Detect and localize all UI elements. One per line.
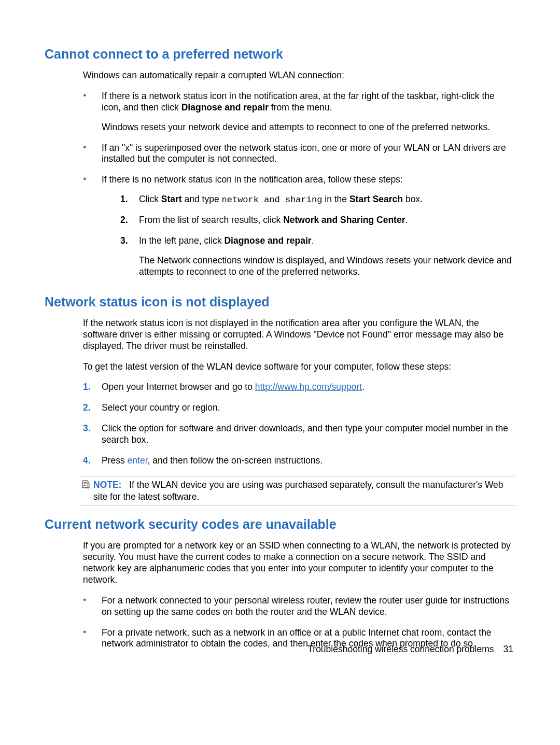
ordered-list: 1. Open your Internet browser and go to … [83, 382, 515, 466]
list-item: For a network connected to your personal… [83, 595, 515, 618]
text-run: from the menu. [269, 102, 332, 113]
text-bold: Diagnose and repair [181, 102, 269, 113]
note-text: If the WLAN device you are using was pur… [93, 480, 503, 502]
note-icon [81, 480, 90, 489]
list-paragraph: If there is a network status icon in the… [102, 91, 515, 114]
text-bold: Start [161, 194, 182, 204]
list-item: If an "x" is superimposed over the netwo… [83, 143, 515, 165]
list-item: If there is a network status icon in the… [83, 91, 515, 133]
body-paragraph: If you are prompted for a network key or… [83, 540, 515, 586]
step-item: 4. Press enter, and then follow the on-s… [83, 455, 515, 467]
text-run: From the list of search results, click [139, 215, 283, 225]
step-item: 2. From the list of search results, clic… [120, 215, 515, 226]
text-keyword: enter [128, 455, 148, 466]
document-page: Cannot connect to a preferred network Wi… [0, 0, 560, 745]
text-run: . [312, 235, 314, 246]
text-run: and type [182, 194, 222, 204]
step-number: 2. [120, 215, 128, 226]
support-link[interactable]: http://www.hp.com/support [255, 382, 362, 392]
list-paragraph: If there is no network status icon in th… [102, 174, 515, 186]
step-item: 2. Select your country or region. [83, 402, 515, 414]
step-paragraph: In the left pane, click Diagnose and rep… [139, 235, 515, 247]
list-item: If there is no network status icon in th… [83, 174, 515, 278]
step-number: 1. [120, 194, 128, 205]
step-item: 1. Click Start and type network and shar… [120, 194, 515, 205]
footer-text: Troubleshooting wireless connection prob… [307, 644, 494, 654]
text-run: Click [139, 194, 161, 204]
text-run: . [405, 215, 408, 225]
step-item: 1. Open your Internet browser and go to … [83, 382, 515, 393]
text-bold: Network and Sharing Center [283, 215, 405, 225]
intro-paragraph: Windows can automatically repair a corru… [83, 70, 515, 81]
step-paragraph: The Network connections window is displa… [139, 255, 515, 278]
page-number: 31 [503, 644, 513, 654]
note-label: NOTE: [93, 480, 121, 490]
body-paragraph: To get the latest version of the WLAN de… [83, 361, 515, 373]
ordered-list: 1. Click Start and type network and shar… [120, 194, 515, 278]
text-bold: Start Search [349, 194, 403, 204]
list-paragraph: For a network connected to your personal… [102, 595, 515, 618]
text-run: box. [403, 194, 423, 204]
step-number: 3. [83, 423, 91, 434]
step-number: 4. [83, 455, 91, 467]
list-paragraph: Windows resets your network device and a… [102, 122, 515, 133]
text-run: Select your country or region. [102, 402, 220, 413]
page-footer: Troubleshooting wireless connection prob… [307, 644, 513, 655]
text-run: Click the option for software and driver… [102, 423, 508, 445]
step-number: 2. [83, 402, 91, 414]
bullet-list: For a network connected to your personal… [83, 595, 515, 650]
heading-icon-not-displayed: Network status icon is not displayed [45, 294, 515, 310]
note-box: NOTE: If the WLAN device you are using w… [79, 476, 515, 506]
bullet-list: If there is a network status icon in the… [83, 91, 515, 278]
text-run: Open your Internet browser and go to [102, 382, 255, 392]
text-bold: Diagnose and repair [224, 235, 311, 246]
heading-security-codes: Current network security codes are unava… [45, 517, 515, 532]
step-number: 1. [83, 382, 91, 393]
text-mono: network and sharing [222, 195, 323, 205]
text-run: In the left pane, click [139, 235, 224, 246]
step-item: 3. Click the option for software and dri… [83, 423, 515, 446]
text-run: in the [322, 194, 349, 204]
step-number: 3. [120, 235, 128, 247]
list-paragraph: If an "x" is superimposed over the netwo… [102, 143, 515, 165]
step-item: 3. In the left pane, click Diagnose and … [120, 235, 515, 278]
body-paragraph: If the network status icon is not displa… [83, 318, 515, 352]
note-content: NOTE: If the WLAN device you are using w… [79, 479, 515, 503]
text-run: Press [102, 455, 128, 466]
heading-cannot-connect: Cannot connect to a preferred network [45, 47, 515, 62]
text-run: , and then follow the on-screen instruct… [148, 455, 323, 466]
text-run: . [362, 382, 365, 392]
